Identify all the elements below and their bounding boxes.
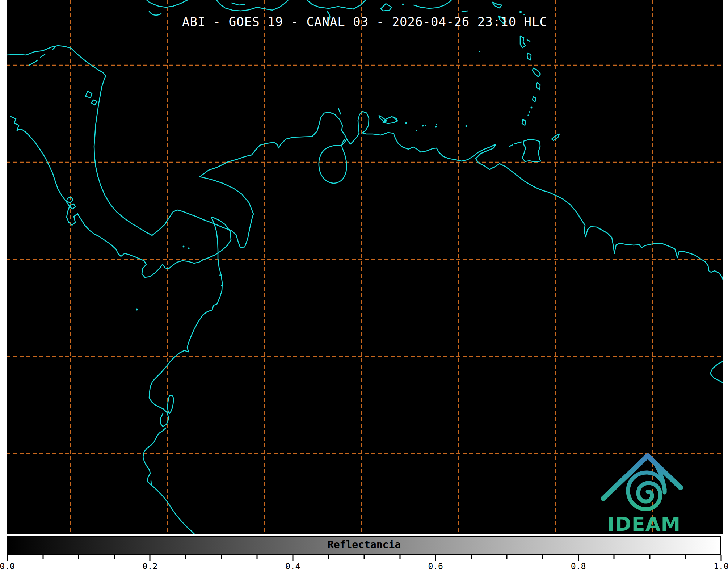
colorbar-major-tick <box>292 555 293 561</box>
colorbar-major-tick <box>150 555 151 561</box>
ideam-logo-text: IDEAM <box>607 513 681 536</box>
colorbar-minor-tick <box>542 555 543 559</box>
colorbar-major-tick <box>7 555 8 561</box>
colorbar-tick-label: 1.0 <box>714 562 728 571</box>
colorbar-minor-tick <box>685 555 686 559</box>
page-title: ABI - GOES 19 - CANAL 03 - 2026-04-26 23… <box>7 14 723 29</box>
colorbar-label: Reflectancia <box>8 539 720 551</box>
satellite-image-page: ABI - GOES 19 - CANAL 03 - 2026-04-26 23… <box>0 0 728 571</box>
colorbar-tick-label: 0.8 <box>571 562 586 571</box>
colorbar-major-tick <box>435 555 436 561</box>
colorbar-minor-tick <box>114 555 115 559</box>
colorbar-minor-tick <box>506 555 508 559</box>
map-canvas <box>7 0 723 534</box>
colorbar-tick-label: 0.0 <box>0 562 15 571</box>
colorbar-minor-tick <box>364 555 365 559</box>
reflectance-colorbar: Reflectancia <box>7 536 721 555</box>
colorbar-minor-tick <box>221 555 222 559</box>
colorbar-minor-tick <box>649 555 650 559</box>
colorbar-minor-tick <box>257 555 258 559</box>
colorbar-minor-tick <box>42 555 43 559</box>
colorbar-minor-tick <box>78 555 79 559</box>
colorbar-tick-label: 0.4 <box>285 562 300 571</box>
colorbar-minor-tick <box>185 555 186 559</box>
colorbar-tick-label: 0.6 <box>428 562 443 571</box>
colorbar-minor-tick <box>328 555 329 559</box>
colorbar-major-tick <box>721 555 722 561</box>
colorbar-minor-tick <box>471 555 472 559</box>
colorbar-minor-tick <box>614 555 615 559</box>
colorbar-major-tick <box>578 555 579 561</box>
colorbar-minor-tick <box>399 555 400 559</box>
colorbar-tick-label: 0.2 <box>143 562 158 571</box>
